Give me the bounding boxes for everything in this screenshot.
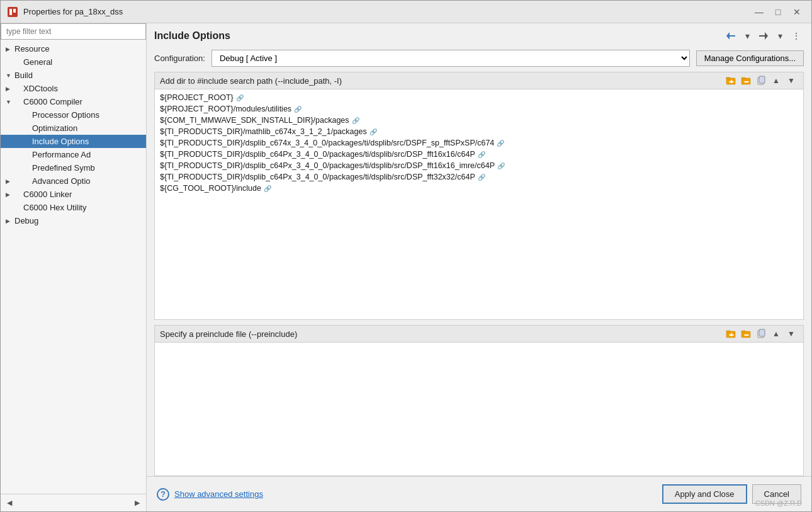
sidebar-item-c6000hexutility[interactable]: C6000 Hex Utility <box>1 201 146 214</box>
tree: ▶ Resource General ▼ Build <box>1 40 146 494</box>
link-icon: 🔗 <box>352 117 359 124</box>
sidebar-item-processoroptions[interactable]: Processor Options <box>1 108 146 122</box>
sidebar-bottom: ◀ ▶ <box>1 494 146 511</box>
sidebar-item-optimization[interactable]: Optimization <box>1 122 146 135</box>
item-text: ${PROJECT_ROOT} <box>160 93 234 102</box>
config-select[interactable]: Debug [ Active ] <box>211 50 690 67</box>
move-up-button[interactable]: ▲ <box>769 75 783 86</box>
svg-rect-22 <box>742 331 745 333</box>
svg-rect-25 <box>759 329 765 336</box>
sidebar-item-build[interactable]: ▼ Build <box>1 69 146 82</box>
move-down-button[interactable]: ▼ <box>784 75 798 86</box>
more-options-button[interactable]: ⋮ <box>789 28 804 43</box>
config-row: Configuration: Debug [ Active ] Manage C… <box>147 46 811 72</box>
svg-rect-11 <box>726 77 730 78</box>
list-item[interactable]: ${CG_TOOL_ROOT}/include 🔗 <box>155 183 803 194</box>
help-button[interactable]: ? <box>157 488 169 501</box>
sidebar-item-advancedoption[interactable]: ▶ Advanced Optio <box>1 174 146 188</box>
include-path-title: Add dir to #include search path (--inclu… <box>160 76 342 86</box>
sidebar-item-label: C6000 Hex Utility <box>23 203 86 212</box>
preinclude-add-button[interactable] <box>724 328 738 339</box>
link-icon: 🔗 <box>369 128 377 135</box>
sidebar-item-label: Advanced Optio <box>32 176 91 186</box>
titlebar: Properties for pa_18xx_dss — □ ✕ <box>1 1 811 23</box>
preinclude-move-down-button[interactable]: ▼ <box>784 328 798 339</box>
expand-icon: ▼ <box>6 72 14 79</box>
sidebar-item-label: Debug <box>14 216 38 225</box>
svg-rect-2 <box>13 9 16 13</box>
link-icon: 🔗 <box>478 174 485 181</box>
sidebar-item-includeoptions[interactable]: Include Options <box>1 135 146 148</box>
item-text: ${CG_TOOL_ROOT}/include <box>160 184 261 193</box>
sidebar-item-predefinedsymb[interactable]: Predefined Symb <box>1 161 146 174</box>
close-button[interactable]: ✕ <box>789 6 805 18</box>
svg-rect-1 <box>9 9 12 15</box>
sidebar-item-performancead[interactable]: Performance Ad <box>1 148 146 161</box>
preinclude-title: Specify a preinclude file (--preinclude) <box>160 329 297 339</box>
manage-configurations-button[interactable]: Manage Configurations... <box>696 50 804 66</box>
watermark: CSDN @Z.R.D <box>755 499 802 507</box>
link-icon: 🔗 <box>236 94 244 101</box>
main-content: ▶ Resource General ▼ Build <box>1 23 811 511</box>
apply-close-button[interactable]: Apply and Close <box>662 484 747 504</box>
scroll-right[interactable]: ▶ <box>131 498 144 508</box>
item-text: ${TI_PRODUCTS_DIR}/dsplib_c64Px_3_4_0_0/… <box>160 173 475 181</box>
list-item[interactable]: ${PROJECT_ROOT} 🔗 <box>155 92 803 103</box>
sidebar-item-label: Resource <box>14 44 50 54</box>
sidebar-item-xdctools[interactable]: ▶ XDCtools <box>1 82 146 95</box>
preinclude-header: Specify a preinclude file (--preinclude) <box>155 326 803 343</box>
nav-dropdown-button[interactable]: ▾ <box>740 28 755 43</box>
sidebar-item-label: Include Options <box>32 137 89 146</box>
add-folder-button[interactable] <box>724 75 738 86</box>
preinclude-copy-button[interactable] <box>754 328 768 339</box>
sidebar-item-label: Predefined Symb <box>32 163 95 173</box>
include-path-section: Add dir to #include search path (--inclu… <box>154 72 804 320</box>
include-path-header: Add dir to #include search path (--inclu… <box>155 72 803 89</box>
remove-button[interactable] <box>739 75 753 86</box>
list-item[interactable]: ${TI_PRODUCTS_DIR}/dsplib_c64Px_3_4_0_0/… <box>155 171 803 183</box>
copy-button[interactable] <box>754 75 768 86</box>
list-item[interactable]: ${TI_PRODUCTS_DIR}/mathlib_c674x_3_1_2_1… <box>155 126 803 137</box>
svg-rect-4 <box>727 35 735 37</box>
list-item[interactable]: ${TI_PRODUCTS_DIR}/dsplib_c64Px_3_4_0_0/… <box>155 149 803 160</box>
expand-icon: ▶ <box>6 86 14 92</box>
link-icon: 🔗 <box>478 151 485 158</box>
svg-rect-10 <box>730 81 734 82</box>
sidebar-item-label: C6000 Linker <box>23 190 72 199</box>
item-text: ${TI_PRODUCTS_DIR}/dsplib_c674x_3_4_0_0/… <box>160 139 494 147</box>
item-text: ${TI_PRODUCTS_DIR}/mathlib_c674x_3_1_2_1… <box>160 127 367 136</box>
preinclude-remove-button[interactable] <box>739 328 753 339</box>
filter-input[interactable] <box>1 23 146 40</box>
nav-back-button[interactable] <box>723 28 738 43</box>
properties-dialog: Properties for pa_18xx_dss — □ ✕ ▶ Resou… <box>0 0 812 512</box>
sidebar-item-debug[interactable]: ▶ Debug <box>1 214 146 227</box>
scroll-left[interactable]: ◀ <box>3 498 16 508</box>
list-item[interactable]: ${PROJECT_ROOT}/modules/utilities 🔗 <box>155 103 803 115</box>
sidebar-item-label: C6000 Compiler <box>23 97 82 106</box>
list-item[interactable]: ${TI_PRODUCTS_DIR}/dsplib_c64Px_3_4_0_0/… <box>155 160 803 171</box>
sidebar-item-c6000compiler[interactable]: ▼ C6000 Compiler <box>1 95 146 108</box>
show-advanced-link[interactable]: Show advanced settings <box>174 489 263 499</box>
sidebar-item-label: General <box>23 57 52 67</box>
sidebar-item-label: Performance Ad <box>32 150 91 159</box>
sidebar-item-label: Build <box>14 71 33 80</box>
list-item[interactable]: ${TI_PRODUCTS_DIR}/dsplib_c674x_3_4_0_0/… <box>155 137 803 149</box>
sidebar-item-resource[interactable]: ▶ Resource <box>1 42 146 55</box>
bottom-bar: ? Show advanced settings Apply and Close… <box>147 476 811 511</box>
svg-rect-6 <box>759 35 767 37</box>
minimize-button[interactable]: — <box>751 6 767 18</box>
nav-forward-button[interactable] <box>756 28 771 43</box>
preinclude-move-up-button[interactable]: ▲ <box>769 328 783 339</box>
maximize-button[interactable]: □ <box>770 6 786 18</box>
config-label: Configuration: <box>154 54 205 63</box>
include-list: ${PROJECT_ROOT} 🔗 ${PROJECT_ROOT}/module… <box>155 89 803 196</box>
sidebar: ▶ Resource General ▼ Build <box>1 23 147 511</box>
nav-forward-dropdown-button[interactable]: ▾ <box>772 28 787 43</box>
window-title: Properties for pa_18xx_dss <box>23 7 751 16</box>
sidebar-item-general[interactable]: General <box>1 55 146 69</box>
sidebar-item-c6000linker[interactable]: ▶ C6000 Linker <box>1 188 146 201</box>
expand-icon: ▶ <box>6 191 14 198</box>
panel-title: Include Options <box>154 30 230 42</box>
list-item[interactable]: ${COM_TI_MMWAVE_SDK_INSTALL_DIR}/package… <box>155 115 803 126</box>
preinclude-tools: ▲ ▼ <box>724 328 798 339</box>
